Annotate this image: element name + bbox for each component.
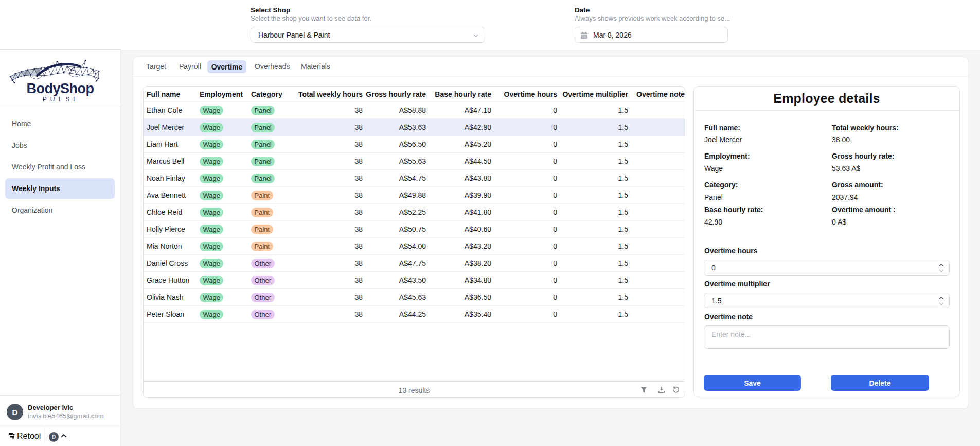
- svg-text:PULSE: PULSE: [43, 96, 81, 103]
- svg-text:BodyShop: BodyShop: [27, 81, 94, 96]
